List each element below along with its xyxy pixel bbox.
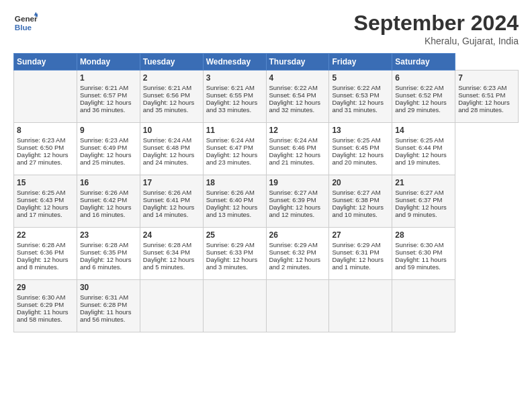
sunset-text: Sunset: 6:31 PM xyxy=(332,248,379,256)
title-block: September 2024 Kheralu, Gujarat, India xyxy=(354,11,519,46)
daylight-text: Daylight: 12 hours and 19 minutes. xyxy=(395,151,447,166)
sunrise-text: Sunrise: 6:22 AM xyxy=(269,84,318,91)
day-number: 2 xyxy=(143,73,200,83)
daylight-text: Daylight: 11 hours and 56 minutes. xyxy=(80,308,132,323)
daylight-text: Daylight: 12 hours and 33 minutes. xyxy=(206,99,258,113)
calendar-cell xyxy=(203,280,266,332)
header-sunday: Sunday xyxy=(14,54,77,71)
day-number: 8 xyxy=(17,126,74,135)
day-number: 24 xyxy=(143,230,200,240)
calendar-cell: 21Sunrise: 6:27 AMSunset: 6:37 PMDayligh… xyxy=(392,175,455,228)
sunset-text: Sunset: 6:37 PM xyxy=(395,196,442,203)
sunrise-text: Sunrise: 6:25 AM xyxy=(332,136,380,144)
daylight-text: Daylight: 12 hours and 8 minutes. xyxy=(17,256,69,271)
sunrise-text: Sunrise: 6:22 AM xyxy=(395,84,443,91)
day-number: 25 xyxy=(206,230,263,240)
sunrise-text: Sunrise: 6:22 AM xyxy=(332,84,380,91)
day-number: 11 xyxy=(206,126,263,135)
sunset-text: Sunset: 6:32 PM xyxy=(269,248,316,256)
header-tuesday: Tuesday xyxy=(140,54,203,71)
month-title: September 2024 xyxy=(354,11,519,36)
calendar-cell: 24Sunrise: 6:28 AMSunset: 6:34 PMDayligh… xyxy=(140,228,203,280)
sunset-text: Sunset: 6:43 PM xyxy=(17,196,64,203)
daylight-text: Daylight: 12 hours and 36 minutes. xyxy=(80,99,132,113)
sunrise-text: Sunrise: 6:27 AM xyxy=(332,189,380,196)
sunset-text: Sunset: 6:44 PM xyxy=(395,144,442,151)
header-wednesday: Wednesday xyxy=(203,54,266,71)
sunset-text: Sunset: 6:29 PM xyxy=(17,301,64,308)
daylight-text: Daylight: 12 hours and 25 minutes. xyxy=(80,151,132,166)
day-number: 13 xyxy=(332,126,389,135)
calendar-week-row: 22Sunrise: 6:28 AMSunset: 6:36 PMDayligh… xyxy=(14,228,519,280)
sunset-text: Sunset: 6:50 PM xyxy=(17,144,64,151)
sunrise-text: Sunrise: 6:28 AM xyxy=(143,241,191,248)
daylight-text: Daylight: 12 hours and 13 minutes. xyxy=(206,203,258,218)
calendar-cell: 4Sunrise: 6:22 AMSunset: 6:54 PMDaylight… xyxy=(266,71,329,123)
day-number: 29 xyxy=(17,283,74,292)
daylight-text: Daylight: 11 hours and 58 minutes. xyxy=(17,308,69,323)
sunrise-text: Sunrise: 6:24 AM xyxy=(206,136,255,144)
sunrise-text: Sunrise: 6:21 AM xyxy=(143,84,191,91)
header-monday: Monday xyxy=(77,54,140,71)
daylight-text: Daylight: 12 hours and 6 minutes. xyxy=(80,256,132,271)
calendar-cell: 13Sunrise: 6:25 AMSunset: 6:45 PMDayligh… xyxy=(329,123,392,175)
sunrise-text: Sunrise: 6:21 AM xyxy=(80,84,128,91)
calendar-cell xyxy=(140,280,203,332)
day-number: 14 xyxy=(395,126,452,135)
calendar-cell: 18Sunrise: 6:26 AMSunset: 6:40 PMDayligh… xyxy=(203,175,266,228)
calendar-cell xyxy=(392,280,455,332)
day-number: 20 xyxy=(332,178,389,187)
calendar-week-row: 1Sunrise: 6:21 AMSunset: 6:57 PMDaylight… xyxy=(14,71,519,123)
day-number: 15 xyxy=(17,178,74,187)
sunset-text: Sunset: 6:57 PM xyxy=(80,91,127,99)
days-header-row: Sunday Monday Tuesday Wednesday Thursday… xyxy=(14,54,519,71)
calendar-cell: 8Sunrise: 6:23 AMSunset: 6:50 PMDaylight… xyxy=(14,123,77,175)
daylight-text: Daylight: 12 hours and 28 minutes. xyxy=(458,99,510,113)
day-number: 12 xyxy=(269,126,326,135)
calendar-cell xyxy=(266,280,329,332)
calendar-cell: 29Sunrise: 6:30 AMSunset: 6:29 PMDayligh… xyxy=(14,280,77,332)
sunrise-text: Sunrise: 6:26 AM xyxy=(143,189,191,196)
sunrise-text: Sunrise: 6:26 AM xyxy=(80,189,128,196)
daylight-text: Daylight: 12 hours and 21 minutes. xyxy=(269,151,321,166)
sunset-text: Sunset: 6:56 PM xyxy=(143,91,190,99)
sunset-text: Sunset: 6:30 PM xyxy=(395,248,442,256)
sunrise-text: Sunrise: 6:25 AM xyxy=(395,136,443,144)
daylight-text: Daylight: 12 hours and 27 minutes. xyxy=(17,151,69,166)
sunrise-text: Sunrise: 6:23 AM xyxy=(17,136,65,144)
daylight-text: Daylight: 12 hours and 9 minutes. xyxy=(395,203,447,218)
calendar-cell: 16Sunrise: 6:26 AMSunset: 6:42 PMDayligh… xyxy=(77,175,140,228)
day-number: 19 xyxy=(269,178,326,187)
calendar-cell: 14Sunrise: 6:25 AMSunset: 6:44 PMDayligh… xyxy=(392,123,455,175)
calendar-cell: 17Sunrise: 6:26 AMSunset: 6:41 PMDayligh… xyxy=(140,175,203,228)
daylight-text: Daylight: 12 hours and 5 minutes. xyxy=(143,256,195,271)
calendar-cell: 28Sunrise: 6:30 AMSunset: 6:30 PMDayligh… xyxy=(392,228,455,280)
sunrise-text: Sunrise: 6:23 AM xyxy=(458,84,506,91)
sunset-text: Sunset: 6:34 PM xyxy=(143,248,190,256)
daylight-text: Daylight: 12 hours and 35 minutes. xyxy=(143,99,195,113)
daylight-text: Daylight: 12 hours and 12 minutes. xyxy=(269,203,321,218)
logo: General Blue xyxy=(13,11,38,35)
sunrise-text: Sunrise: 6:29 AM xyxy=(332,241,380,248)
sunrise-text: Sunrise: 6:26 AM xyxy=(206,189,255,196)
sunset-text: Sunset: 6:54 PM xyxy=(269,91,316,99)
calendar-cell: 26Sunrise: 6:29 AMSunset: 6:32 PMDayligh… xyxy=(266,228,329,280)
sunset-text: Sunset: 6:40 PM xyxy=(206,196,253,203)
header-friday: Friday xyxy=(329,54,392,71)
day-number: 1 xyxy=(80,73,137,83)
day-number: 9 xyxy=(80,126,137,135)
calendar-body: 1Sunrise: 6:21 AMSunset: 6:57 PMDaylight… xyxy=(14,71,519,332)
sunset-text: Sunset: 6:35 PM xyxy=(80,248,127,256)
sunset-text: Sunset: 6:28 PM xyxy=(80,301,127,308)
calendar-cell: 15Sunrise: 6:25 AMSunset: 6:43 PMDayligh… xyxy=(14,175,77,228)
header-saturday: Saturday xyxy=(392,54,455,71)
calendar-week-row: 29Sunrise: 6:30 AMSunset: 6:29 PMDayligh… xyxy=(14,280,519,332)
sunset-text: Sunset: 6:51 PM xyxy=(458,91,505,99)
sunrise-text: Sunrise: 6:29 AM xyxy=(269,241,318,248)
calendar-week-row: 15Sunrise: 6:25 AMSunset: 6:43 PMDayligh… xyxy=(14,175,519,228)
calendar-cell: 19Sunrise: 6:27 AMSunset: 6:39 PMDayligh… xyxy=(266,175,329,228)
calendar-cell: 9Sunrise: 6:23 AMSunset: 6:49 PMDaylight… xyxy=(77,123,140,175)
calendar-cell: 5Sunrise: 6:22 AMSunset: 6:53 PMDaylight… xyxy=(329,71,392,123)
day-number: 7 xyxy=(458,73,515,83)
calendar-table: Sunday Monday Tuesday Wednesday Thursday… xyxy=(13,53,519,332)
